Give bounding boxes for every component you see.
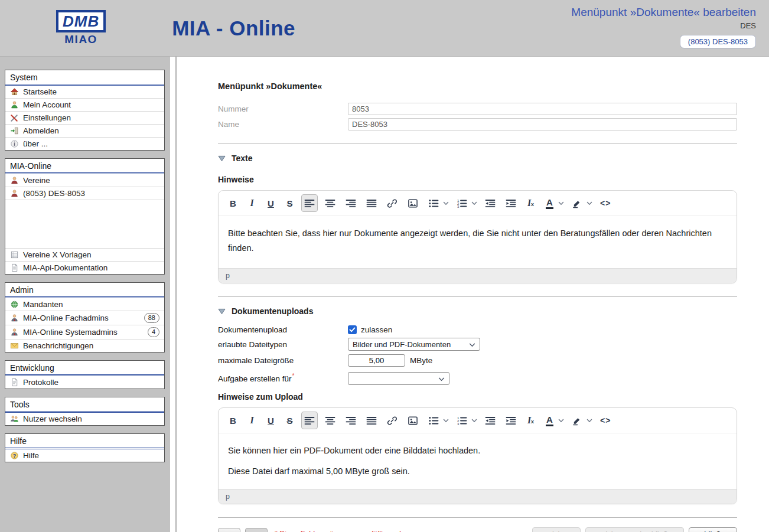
- sidebar-item-einstellungen[interactable]: Einstellungen: [5, 112, 164, 125]
- sidebar-item-startseite[interactable]: Startseite: [5, 86, 164, 99]
- section-divider: [218, 296, 737, 297]
- highlight-button[interactable]: [569, 412, 585, 429]
- club-icon: [10, 189, 19, 198]
- align-justify-button[interactable]: [363, 194, 380, 212]
- code-button[interactable]: <>: [597, 194, 614, 212]
- editor-paragraph: Bitte beachten Sie, dass hier nur Dokume…: [228, 226, 727, 256]
- clear-format-button[interactable]: Ix: [523, 194, 538, 212]
- sidebar-item-label: Benachrichtigungen: [23, 341, 93, 350]
- dateitypen-select[interactable]: Bilder und PDF-Dokumenten: [348, 338, 480, 351]
- count-badge: 4: [148, 327, 159, 337]
- indent-button[interactable]: [503, 412, 519, 429]
- dmb-logo[interactable]: DMB MIAO: [56, 10, 106, 47]
- image-button[interactable]: [405, 194, 421, 212]
- collapse-triangle-icon[interactable]: [218, 308, 226, 315]
- numbered-list-dropdown-button[interactable]: [471, 417, 478, 424]
- underline-button[interactable]: U: [263, 412, 278, 429]
- sidebar-item-des-8053[interactable]: (8053) DES-8053: [5, 187, 164, 200]
- italic-button[interactable]: I: [245, 194, 259, 212]
- sidebar-item-label: Abmelden: [23, 126, 59, 135]
- indent-button[interactable]: [503, 194, 519, 212]
- text-color-button[interactable]: A: [542, 412, 557, 429]
- outdent-button[interactable]: [482, 412, 498, 429]
- nummer-input[interactable]: [348, 103, 737, 115]
- numbered-list-button[interactable]: 123: [454, 412, 470, 429]
- bullet-list-button[interactable]: [425, 412, 442, 429]
- collapse-all-button[interactable]: [218, 528, 240, 532]
- numbered-list-button[interactable]: 123: [454, 194, 470, 212]
- close-button[interactable]: schließen: [689, 527, 737, 532]
- expand-all-button[interactable]: [245, 528, 268, 532]
- chevron-down-icon: [438, 374, 445, 383]
- sidebar-item-mia-online-systemadmins[interactable]: MIA-Online Systemadmins4: [5, 325, 164, 340]
- bold-button[interactable]: B: [226, 194, 240, 212]
- save-button[interactable]: speichern: [532, 527, 581, 532]
- svg-text:?: ?: [13, 453, 16, 459]
- sidebar-item-mia-api-dokumentation[interactable]: MIA-Api-Dokumentation: [5, 262, 164, 274]
- sidebar-item-mein-account[interactable]: Mein Account: [5, 99, 164, 112]
- admin-icon: [10, 328, 19, 337]
- text-color-dropdown-button[interactable]: [558, 417, 565, 424]
- sidebar-item-label: MIA-Online Systemadmins: [23, 328, 118, 337]
- image-button[interactable]: [405, 412, 421, 429]
- sidebar-item-vereine-x-vorlagen[interactable]: Vereine X Vorlagen: [5, 249, 164, 262]
- dateigroesse-unit: MByte: [410, 356, 432, 365]
- hinweise-upload-label: Hinweise zum Upload: [218, 392, 737, 402]
- align-center-button[interactable]: [322, 412, 338, 429]
- sidebar-item-ueber[interactable]: über ...: [5, 138, 164, 150]
- name-input[interactable]: [348, 118, 737, 130]
- logout-icon: [10, 126, 19, 135]
- bullet-list-button[interactable]: [425, 194, 442, 212]
- sidebar-item-benachrichtigungen[interactable]: Benachrichtigungen: [5, 340, 164, 352]
- sidebar-item-hilfe[interactable]: ?Hilfe: [5, 449, 164, 462]
- align-center-button[interactable]: [322, 194, 338, 212]
- link-button[interactable]: [384, 194, 400, 212]
- align-right-button[interactable]: [343, 194, 359, 212]
- bold-button[interactable]: B: [226, 412, 240, 429]
- sidebar-item-mia-online-fachadmins[interactable]: MIA-Online Fachadmins88: [5, 311, 164, 325]
- text-color-button[interactable]: A: [542, 194, 557, 212]
- templates-icon: [10, 250, 19, 259]
- save-and-close-button[interactable]: speichern und schließen: [585, 527, 684, 532]
- align-right-button[interactable]: [343, 412, 359, 429]
- align-left-button[interactable]: [301, 194, 318, 212]
- link-button[interactable]: [384, 412, 400, 429]
- sidebar-section-title: MIA-Online: [5, 159, 164, 172]
- code-button[interactable]: <>: [597, 412, 614, 429]
- clear-format-button[interactable]: Ix: [523, 412, 538, 429]
- sidebar-item-vereine[interactable]: Vereine: [5, 174, 164, 187]
- svg-text:3: 3: [457, 422, 460, 425]
- align-justify-button[interactable]: [363, 412, 380, 429]
- strikethrough-button[interactable]: S: [282, 412, 297, 429]
- sidebar-item-label: MIA-Online Fachadmins: [23, 314, 109, 322]
- sidebar-item-abmelden[interactable]: Abmelden: [5, 125, 164, 138]
- zulassen-checkbox[interactable]: [348, 325, 357, 334]
- italic-button[interactable]: I: [245, 412, 259, 429]
- editor-toolbar: BIUS123IxA<>: [219, 408, 737, 433]
- highlight-dropdown-button[interactable]: [586, 200, 593, 207]
- required-asterisk: *: [292, 373, 295, 379]
- bullet-list-dropdown-button[interactable]: [442, 200, 449, 207]
- editor-content[interactable]: Bitte beachten Sie, dass hier nur Dokume…: [219, 216, 737, 268]
- editor-status-bar: p: [219, 268, 737, 283]
- sidebar-item-nutzer-wechseln[interactable]: Nutzer wechseln: [5, 413, 164, 425]
- hinweise-upload-editor: BIUS123IxA<> Sie können hier ein PDF-Dok…: [218, 407, 737, 504]
- collapse-triangle-icon[interactable]: [218, 155, 226, 162]
- sidebar-section-title: Admin: [5, 283, 164, 296]
- sidebar-panel-system: SystemStartseiteMein AccountEinstellunge…: [5, 70, 165, 151]
- strikethrough-button[interactable]: S: [282, 194, 297, 212]
- text-color-dropdown-button[interactable]: [558, 200, 565, 207]
- context-button[interactable]: (8053) DES-8053: [680, 35, 756, 48]
- aufgabe-select[interactable]: [348, 372, 449, 385]
- editor-content[interactable]: Sie können hier ein PDF-Dokument oder ei…: [219, 433, 737, 489]
- highlight-dropdown-button[interactable]: [586, 417, 593, 424]
- highlight-button[interactable]: [569, 194, 585, 212]
- numbered-list-dropdown-button[interactable]: [471, 200, 478, 207]
- align-left-button[interactable]: [301, 412, 318, 429]
- sidebar-item-mandanten[interactable]: Mandanten: [5, 298, 164, 311]
- outdent-button[interactable]: [482, 194, 498, 212]
- sidebar-item-protokolle[interactable]: Protokolle: [5, 376, 164, 389]
- bullet-list-dropdown-button[interactable]: [442, 417, 449, 424]
- underline-button[interactable]: U: [263, 194, 278, 212]
- dateigroesse-input[interactable]: [348, 354, 405, 367]
